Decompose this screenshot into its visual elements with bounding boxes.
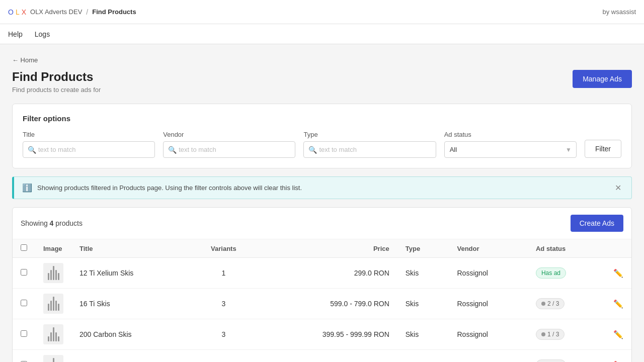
type-label: Type bbox=[303, 131, 436, 138]
td-edit: ✏️ bbox=[605, 289, 631, 319]
vendor-input[interactable] bbox=[163, 141, 295, 158]
table-row: 16 Ti Skis 3 599.0 - 799.0 RON Skis Ross… bbox=[13, 289, 631, 319]
td-title: 16 Ti Skis bbox=[71, 289, 189, 319]
logo-o: O bbox=[8, 8, 14, 16]
back-link[interactable]: ← Home bbox=[12, 56, 632, 64]
td-vendor: Rossignol bbox=[449, 258, 528, 289]
select-all-checkbox[interactable] bbox=[21, 244, 27, 251]
th-price: Price bbox=[258, 239, 397, 258]
td-price: 399.95 - 999.99 RON bbox=[258, 319, 397, 350]
filter-row: Title 🔍 Vendor 🔍 Type 🔍 bbox=[23, 131, 621, 158]
create-ads-button[interactable]: Create Ads bbox=[571, 215, 623, 232]
main-content: ← Home Find Products Find products to cr… bbox=[0, 44, 644, 362]
table-header-row: Image Title Variants Price Type Vendor A… bbox=[13, 239, 631, 258]
logo-l: L bbox=[16, 8, 20, 16]
ad-status-badge: No ads bbox=[536, 359, 566, 362]
td-title: 75 Dark Skis bbox=[71, 350, 189, 363]
nav-logs[interactable]: Logs bbox=[35, 28, 50, 40]
td-type: Skis bbox=[397, 319, 449, 350]
ski-lines bbox=[48, 358, 59, 362]
td-price: 599.0 - 799.0 RON bbox=[258, 289, 397, 319]
search-icon-title: 🔍 bbox=[28, 146, 36, 154]
ad-status-label: Ad status bbox=[444, 131, 577, 138]
type-input-wrap: 🔍 bbox=[303, 141, 436, 158]
td-image bbox=[35, 258, 71, 289]
showing-prefix: Showing bbox=[21, 219, 50, 227]
manage-ads-button[interactable]: Manage Ads bbox=[573, 70, 632, 88]
td-image bbox=[35, 319, 71, 350]
info-banner: ℹ️ Showing products filtered in Products… bbox=[12, 176, 632, 199]
user-label: by wsassist bbox=[603, 8, 636, 16]
th-vendor: Vendor bbox=[449, 239, 528, 258]
th-variants: Variants bbox=[189, 239, 258, 258]
page-header: Find Products Find products to create ad… bbox=[12, 70, 632, 94]
td-type: Skis bbox=[397, 258, 449, 289]
td-type: Skis bbox=[397, 289, 449, 319]
th-ad-status: Ad status bbox=[528, 239, 605, 258]
filter-field-vendor: Vendor 🔍 bbox=[163, 131, 295, 158]
th-select-all bbox=[13, 239, 35, 258]
filter-title: Filter options bbox=[23, 114, 621, 123]
ski-lines bbox=[48, 297, 59, 311]
title-input[interactable] bbox=[23, 141, 155, 158]
ad-status-select[interactable]: All Has ad No ads Partial bbox=[444, 141, 577, 158]
search-icon-type: 🔍 bbox=[308, 146, 317, 154]
products-tbody: 12 Ti Xelium Skis 1 299.0 RON Skis Rossi… bbox=[13, 258, 631, 363]
ski-lines bbox=[48, 266, 59, 280]
logo-x: X bbox=[22, 8, 26, 16]
breadcrumb-sep: / bbox=[86, 8, 88, 16]
showing-text: Showing 4 products bbox=[21, 219, 83, 227]
search-icon-vendor: 🔍 bbox=[168, 146, 177, 154]
th-actions bbox=[605, 239, 631, 258]
nav-help[interactable]: Help bbox=[8, 28, 23, 40]
row-checkbox-2[interactable] bbox=[21, 330, 27, 337]
filter-button[interactable]: Filter bbox=[585, 140, 621, 158]
td-type: Skis bbox=[397, 350, 449, 363]
filter-field-title: Title 🔍 bbox=[23, 131, 155, 158]
info-icon: ℹ️ bbox=[22, 183, 32, 193]
type-input[interactable] bbox=[303, 141, 436, 158]
breadcrumb-current: Find Products bbox=[92, 8, 136, 16]
products-table: Image Title Variants Price Type Vendor A… bbox=[13, 239, 631, 362]
td-variants: 1 bbox=[189, 258, 258, 289]
td-ad-status: Has ad bbox=[528, 258, 605, 289]
products-header: Showing 4 products Create Ads bbox=[13, 208, 631, 239]
ski-lines bbox=[48, 327, 59, 341]
products-section: Showing 4 products Create Ads Image Titl… bbox=[12, 207, 632, 362]
td-vendor: Rossignol bbox=[449, 319, 528, 350]
filter-card: Filter options Title 🔍 Vendor 🔍 Type bbox=[12, 104, 632, 168]
table-row: 12 Ti Xelium Skis 1 299.0 RON Skis Rossi… bbox=[13, 258, 631, 289]
ad-status-badge: Has ad bbox=[536, 267, 566, 279]
th-image: Image bbox=[35, 239, 71, 258]
td-ad-status: 2 / 3 bbox=[528, 289, 605, 319]
product-image bbox=[43, 324, 63, 344]
table-row: 75 Dark Skis 2 449.0 - 459.0 RON Skis Ro… bbox=[13, 350, 631, 363]
vendor-input-wrap: 🔍 bbox=[163, 141, 295, 158]
edit-icon-0[interactable]: ✏️ bbox=[613, 269, 623, 278]
td-checkbox bbox=[13, 289, 35, 319]
filter-field-type: Type 🔍 bbox=[303, 131, 436, 158]
td-title: 12 Ti Xelium Skis bbox=[71, 258, 189, 289]
row-checkbox-0[interactable] bbox=[21, 269, 27, 276]
td-title: 200 Carbon Skis bbox=[71, 319, 189, 350]
product-image bbox=[43, 355, 63, 362]
td-variants: 3 bbox=[189, 289, 258, 319]
info-banner-left: ℹ️ Showing products filtered in Products… bbox=[22, 183, 302, 193]
ad-status-select-wrap: All Has ad No ads Partial ▼ bbox=[444, 141, 577, 158]
edit-icon-1[interactable]: ✏️ bbox=[613, 300, 623, 308]
nav-left: OLX OLX Adverts DEV / Find Products bbox=[8, 8, 136, 16]
olx-logo: OLX bbox=[8, 8, 26, 16]
td-price: 299.0 RON bbox=[258, 258, 397, 289]
row-checkbox-1[interactable] bbox=[21, 300, 27, 306]
td-checkbox bbox=[13, 258, 35, 289]
top-nav: OLX OLX Adverts DEV / Find Products by w… bbox=[0, 0, 644, 24]
td-image bbox=[35, 350, 71, 363]
title-input-wrap: 🔍 bbox=[23, 141, 155, 158]
close-banner-button[interactable]: ✕ bbox=[613, 183, 623, 193]
td-image bbox=[35, 289, 71, 319]
td-checkbox bbox=[13, 350, 35, 363]
td-ad-status: 1 / 3 bbox=[528, 319, 605, 350]
edit-icon-2[interactable]: ✏️ bbox=[613, 330, 623, 339]
table-row: 200 Carbon Skis 3 399.95 - 999.99 RON Sk… bbox=[13, 319, 631, 350]
secondary-nav: Help Logs bbox=[0, 24, 644, 44]
